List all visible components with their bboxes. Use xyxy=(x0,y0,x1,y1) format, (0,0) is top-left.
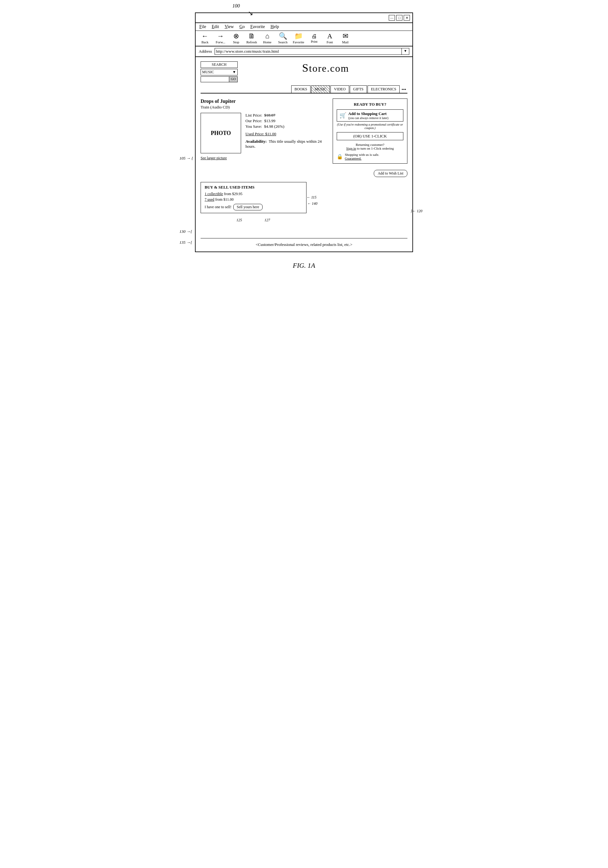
list-price-value: $18.07 xyxy=(264,113,275,118)
search-go-button[interactable]: GO xyxy=(229,77,237,82)
used-price-label[interactable]: Used Price: $11.00 xyxy=(246,132,326,136)
back-button[interactable]: ← Back xyxy=(200,33,210,44)
wish-list-area: Add to Wish List xyxy=(201,170,407,177)
page-content: SEARCH MUSIC ▼ GO Store.com xyxy=(196,57,412,251)
our-price-line: Our Price: $13.99 xyxy=(246,118,326,123)
sign-in-suffix: to turn on 1-Click ordering xyxy=(356,146,394,150)
search-input-row: GO xyxy=(201,76,238,82)
search-button[interactable]: 🔍 Search xyxy=(277,33,288,44)
annotation-125: 125 xyxy=(237,218,242,223)
search-panel-label: SEARCH xyxy=(201,61,238,68)
address-input-wrapper: ▼ xyxy=(215,48,409,55)
used-items-section: BUY & SELL USED ITEMS 1 collectible from… xyxy=(201,182,407,213)
rtb-title: READY TO BUY? xyxy=(337,102,403,107)
sign-in-link[interactable]: Sign in xyxy=(347,146,356,150)
font-label: Font xyxy=(327,40,333,44)
tab-music[interactable]: MUSIC xyxy=(311,85,330,93)
menu-go[interactable]: Go xyxy=(240,24,245,29)
search-text-input[interactable] xyxy=(201,77,229,82)
returning-customer-text: Returning customer? Sign in to turn on 1… xyxy=(337,143,403,150)
search-label: Search xyxy=(278,40,288,44)
product-left: Drops of Jupiter Train (Audio CD) PHOTO … xyxy=(201,99,326,164)
used-price-line: Used Price: $11.00 xyxy=(246,132,326,136)
one-click-button[interactable]: (OR) USE 1-CLICK xyxy=(337,132,403,140)
print-button[interactable]: 🖨 Print xyxy=(309,33,320,43)
list-price-label: List Price: xyxy=(246,113,262,118)
address-input[interactable] xyxy=(215,48,402,54)
safe-text: Shopping with us is safe. Guaranteed. xyxy=(345,153,379,160)
favorite-icon: 📁 xyxy=(294,33,303,40)
product-title: Drops of Jupiter xyxy=(201,99,326,104)
nav-tabs: BOOKS MUSIC VIDEO GIFTS ELECTRONICS ••• xyxy=(201,85,407,93)
favorite-button[interactable]: 📁 Favorite xyxy=(293,33,304,44)
guaranteed-link[interactable]: Guaranteed. xyxy=(345,157,361,160)
maximize-button[interactable]: □ xyxy=(396,15,402,20)
see-larger-link[interactable]: See larger picture xyxy=(201,156,241,161)
back-label: Back xyxy=(201,40,209,44)
used-items-box: BUY & SELL USED ITEMS 1 collectible from… xyxy=(201,182,306,213)
wish-list-button[interactable]: Add to Wish List xyxy=(374,170,407,177)
nav-more[interactable]: ••• xyxy=(400,87,407,93)
product-left-inner: PHOTO See larger picture List Price: $18… xyxy=(201,113,326,161)
annotation-127: 127 xyxy=(265,218,270,223)
forward-label: Forw... xyxy=(216,40,226,44)
used-price-from: from $11.00 xyxy=(215,197,234,202)
address-bar: Address ▼ xyxy=(196,46,412,57)
menu-edit[interactable]: Edit xyxy=(212,24,219,29)
lock-icon: 🔒 xyxy=(337,153,343,160)
menu-view[interactable]: View xyxy=(224,24,234,29)
you-save-label: You Save: xyxy=(246,124,262,129)
used-line: 7 used from $11.00 xyxy=(205,197,302,202)
close-button[interactable]: ✕ xyxy=(404,15,410,20)
tab-gifts[interactable]: GIFTS xyxy=(350,85,367,93)
sell-here-button[interactable]: Sell yours here xyxy=(233,204,263,210)
search-category-dropdown[interactable]: MUSIC ▼ xyxy=(201,69,238,76)
menu-help[interactable]: Help xyxy=(270,24,279,29)
product-image-area: PHOTO See larger picture xyxy=(201,113,241,161)
refresh-button[interactable]: 🗎 Refresh xyxy=(246,33,257,44)
our-price-label: Our Price: xyxy=(246,118,262,123)
home-icon: ⌂ xyxy=(265,33,269,40)
store-logo-text: Store.com xyxy=(244,61,407,74)
used-link[interactable]: 7 used xyxy=(205,197,214,202)
add-to-cart-button[interactable]: 🛒 Add to Shopping Cart (you can always r… xyxy=(337,109,403,122)
home-button[interactable]: ⌂ Home xyxy=(261,33,273,44)
cert-text: (Use if you're redeeming a promotional c… xyxy=(337,123,403,130)
our-price-value: $13.99 xyxy=(264,118,275,123)
footer-text: <Customer/Professional reviews, related … xyxy=(201,238,407,247)
collectible-link[interactable]: 1 collectible xyxy=(205,192,223,196)
font-button[interactable]: A Font xyxy=(324,33,336,44)
patent-number: 100 xyxy=(232,3,240,9)
mail-button[interactable]: ✉ Mail xyxy=(340,33,351,44)
stop-label: Stop xyxy=(233,40,239,44)
address-dropdown[interactable]: ▼ xyxy=(402,48,409,54)
annotation-135: 135 →{ xyxy=(179,240,192,245)
minimize-button[interactable]: — xyxy=(389,15,395,20)
menu-file[interactable]: File xyxy=(200,24,206,29)
you-save-value: $4.98 (26%) xyxy=(264,124,285,129)
cart-text-area: Add to Shopping Cart (you can always rem… xyxy=(348,111,388,120)
home-label: Home xyxy=(263,40,272,44)
product-section: Drops of Jupiter Train (Audio CD) PHOTO … xyxy=(201,99,407,164)
tab-electronics[interactable]: ELECTRONICS xyxy=(368,85,400,93)
back-icon: ← xyxy=(201,33,208,40)
stop-icon: ⊗ xyxy=(233,33,239,40)
tab-divider xyxy=(201,93,407,93)
product-image-box: PHOTO xyxy=(201,113,241,153)
stop-button[interactable]: ⊗ Stop xyxy=(231,33,242,44)
product-subtitle: Train (Audio CD) xyxy=(201,105,326,110)
forward-button[interactable]: → Forw... xyxy=(215,33,226,44)
tab-video[interactable]: VIDEO xyxy=(331,85,349,93)
annotation-140: ← 140 xyxy=(307,202,317,206)
annotation-105: 105 → { xyxy=(179,156,193,161)
toolbar: ← Back → Forw... ⊗ Stop 🗎 Refresh ⌂ Home… xyxy=(196,31,412,46)
refresh-label: Refresh xyxy=(246,40,257,44)
menu-bar: File Edit View Go Favorite Help xyxy=(196,23,412,31)
menu-favorite[interactable]: Favorite xyxy=(251,24,265,29)
mail-label: Mail xyxy=(342,40,348,44)
title-bar: — □ ✕ xyxy=(196,13,412,23)
availability-line: Availability: This title usually ships w… xyxy=(246,139,326,149)
sell-text: I have one to sell! xyxy=(205,205,231,209)
tab-books[interactable]: BOOKS xyxy=(291,85,311,93)
address-label: Address xyxy=(199,49,212,54)
